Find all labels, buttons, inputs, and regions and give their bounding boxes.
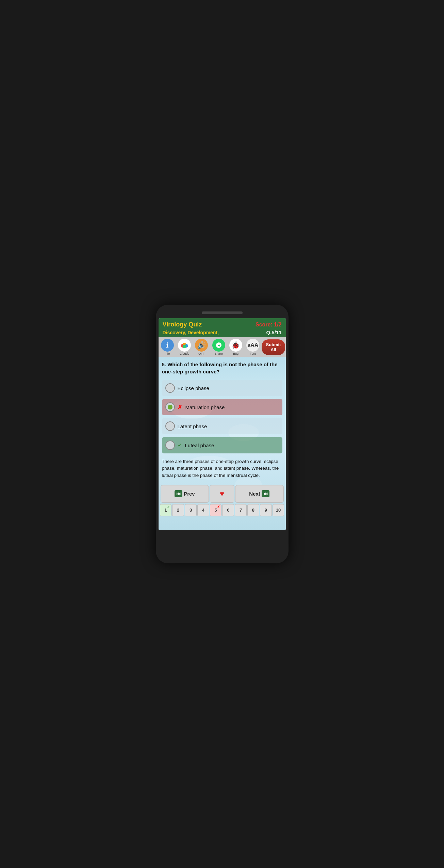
qnum-3[interactable]: 3 <box>185 504 197 516</box>
qnum-1-mark: ✓ <box>167 505 170 509</box>
qnum-9[interactable]: 9 <box>260 504 272 516</box>
qnum-6[interactable]: 6 <box>222 504 234 516</box>
qnum-7-label: 7 <box>240 508 242 513</box>
qnum-1[interactable]: ✓ 1 <box>160 504 172 516</box>
option-b[interactable]: ✗ Maturation phase <box>162 399 282 415</box>
sound-icon: 🔊 <box>195 339 208 352</box>
options-list: Eclipse phase ✗ Maturation phase Latent … <box>162 380 282 453</box>
qnum-6-label: 6 <box>227 508 229 513</box>
qnum-3-label: 3 <box>190 508 192 513</box>
option-c-label: Latent phase <box>178 423 207 429</box>
question-text: 5. Which of the following is not the pha… <box>162 361 282 375</box>
home-button[interactable]: ○ <box>221 521 225 528</box>
prev-icon: ⏮ <box>175 490 182 497</box>
qnum-4-label: 4 <box>202 508 204 513</box>
svg-point-3 <box>183 345 186 348</box>
header-sub: Discovery, Development, Q.5/11 <box>159 329 286 337</box>
radio-a <box>165 383 175 393</box>
submit-all-button[interactable]: Submit All <box>262 339 285 355</box>
recents-button[interactable]: □ <box>238 521 242 528</box>
qnum-2-label: 2 <box>177 508 179 513</box>
qnum-1-label: 1 <box>164 508 167 513</box>
qnum-8[interactable]: 8 <box>247 504 259 516</box>
info-label: Info <box>165 352 170 355</box>
qnum-5-label: 5 <box>214 508 217 513</box>
toolbar-share[interactable]: Share <box>210 339 227 355</box>
option-b-label: Maturation phase <box>185 404 225 410</box>
explanation-text: There are three phases of one-step growt… <box>162 458 282 479</box>
option-d-label: Luteal phase <box>185 443 214 448</box>
sound-label: OFF <box>198 352 204 355</box>
option-d[interactable]: ✓ Luteal phase <box>162 437 282 453</box>
app-subtitle: Discovery, Development, <box>163 330 219 335</box>
toolbar-clouds[interactable]: Clouds <box>176 339 193 355</box>
header-top: Virology Quiz Score: 1/2 <box>159 318 286 329</box>
qnum-5[interactable]: ✗ 5 <box>210 504 222 516</box>
question-numbers: ✓ 1 2 3 4 ✗ 5 6 7 8 <box>159 503 286 518</box>
prev-button[interactable]: ⏮ Prev <box>161 485 209 503</box>
question-number: Q.5/11 <box>266 329 281 335</box>
toolbar-font[interactable]: aAA Font <box>245 339 261 355</box>
radio-c <box>165 421 175 431</box>
wrong-mark-b: ✗ <box>178 404 182 411</box>
font-icon: aAA <box>246 339 259 352</box>
back-button[interactable]: ◁ <box>202 521 207 529</box>
option-a-label: Eclipse phase <box>178 385 209 391</box>
app-container: Virology Quiz Score: 1/2 Discovery, Deve… <box>159 318 286 530</box>
info-icon: ℹ <box>161 339 174 352</box>
content-area: 5. Which of the following is not the pha… <box>159 357 286 483</box>
next-label: Next <box>249 491 260 497</box>
toolbar-sound[interactable]: 🔊 OFF <box>193 339 210 355</box>
next-button[interactable]: Next ⏭ <box>235 485 284 503</box>
qnum-4[interactable]: 4 <box>197 504 209 516</box>
heart-button[interactable]: ♥ <box>210 485 234 503</box>
app-title: Virology Quiz <box>163 321 202 328</box>
qnum-10[interactable]: 10 <box>273 504 284 516</box>
toolbar: ℹ Info Clouds 🔊 OFF <box>159 337 286 357</box>
toolbar-info[interactable]: ℹ Info <box>159 339 176 355</box>
toolbar-bug[interactable]: 🐞 Bug <box>228 339 244 355</box>
bug-label: Bug <box>233 352 239 355</box>
prev-label: Prev <box>184 491 195 497</box>
share-label: Share <box>215 352 223 355</box>
score-display: Score: 1/2 <box>256 322 281 328</box>
qnum-5-mark: ✗ <box>217 505 220 509</box>
correct-mark-d: ✓ <box>178 443 182 448</box>
phone-notch <box>202 311 243 314</box>
qnum-9-label: 9 <box>265 508 267 513</box>
option-a[interactable]: Eclipse phase <box>162 380 282 396</box>
bottom-navigation: ⏮ Prev ♥ Next ⏭ <box>159 483 286 503</box>
qnum-10-label: 10 <box>276 508 281 513</box>
toolbar-submit[interactable]: Submit All <box>262 339 285 355</box>
bug-icon: 🐞 <box>229 339 242 352</box>
radio-b-inner <box>168 405 172 409</box>
option-c[interactable]: Latent phase <box>162 418 282 434</box>
share-icon <box>212 339 225 352</box>
heart-icon: ♥ <box>220 489 224 498</box>
clouds-icon <box>178 339 191 352</box>
qnum-2[interactable]: 2 <box>172 504 184 516</box>
next-icon: ⏭ <box>262 490 269 497</box>
radio-b <box>165 402 175 412</box>
clouds-label: Clouds <box>180 352 189 355</box>
qnum-8-label: 8 <box>252 508 254 513</box>
qnum-7[interactable]: 7 <box>235 504 247 516</box>
phone-frame: Virology Quiz Score: 1/2 Discovery, Deve… <box>156 305 289 563</box>
font-label: Font <box>250 352 256 355</box>
android-navbar: ◁ ○ □ <box>159 518 286 530</box>
radio-d <box>165 440 175 450</box>
